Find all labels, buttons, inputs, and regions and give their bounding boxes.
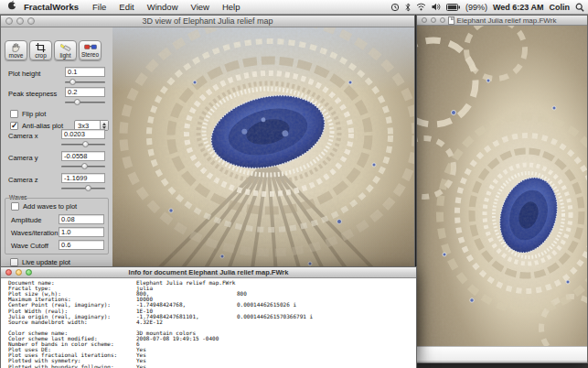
camera-y-field[interactable]: -0.0558 [61,151,105,161]
battery-icon[interactable] [446,4,460,11]
waves-iteration-field[interactable]: 1.0 [59,227,104,237]
move-tool-button[interactable]: move [5,40,27,60]
flip-plot-label: Flip plot [22,110,46,118]
document-proxy-icon[interactable] [448,16,454,25]
zoom-button[interactable] [27,17,35,25]
zoom-button[interactable] [26,269,32,276]
main-window-title: 3D view of Elephant Julia relief map [142,16,273,26]
wave-cutoff-label: Wave Cutoff [11,242,48,250]
plot-height-slider[interactable] [65,79,105,85]
amplitude-field[interactable]: 0.08 [59,214,104,224]
main-window-traffic-lights [5,16,35,27]
document-window-footer [417,346,587,361]
crop-icon [36,43,46,52]
peak-steepness-slider[interactable] [65,99,105,105]
bluetooth-icon[interactable] [405,3,411,12]
info-window-traffic-lights [5,267,32,277]
minimize-button[interactable] [431,17,436,23]
waves-iteration-label: Waves/iteration [11,229,58,237]
camera-z-field[interactable]: -1.1699 [61,173,105,183]
anti-alias-label: Anti-alias plot [22,122,63,130]
volume-icon[interactable] [432,3,441,11]
menu-file[interactable]: File [86,0,112,14]
menu-edit[interactable]: Edit [112,0,140,14]
info-window-title: Info for document Elephant Julia relief … [129,268,289,276]
battery-percent: (99%) [465,3,487,12]
stereo-glasses-icon [84,43,97,51]
camera-z-slider[interactable] [61,185,105,191]
info-window-body: Document name:Elephant Julia relief map.… [1,278,416,368]
user-menu[interactable]: Colin [550,3,571,12]
anti-alias-checkbox[interactable] [10,122,18,130]
plot-height-label: Plot height [8,70,40,78]
menu-window[interactable]: Window [141,0,185,14]
add-waves-label: Add waves to plot [23,202,77,211]
fractal-2d-view[interactable] [417,26,587,346]
camera-x-label: Camera x [8,132,38,140]
wifi-icon[interactable] [416,3,426,11]
peak-steepness-field[interactable]: 0.2 [65,87,105,97]
camera-y-slider[interactable] [61,163,105,169]
hand-icon [11,43,21,52]
apple-menu[interactable] [0,0,20,14]
document-window-traffic-lights [422,16,445,25]
time-machine-icon[interactable] [390,3,400,12]
camera-x-slider[interactable] [61,141,105,147]
crop-tool-label: crop [35,52,47,59]
add-waves-checkbox[interactable] [11,202,19,211]
light-tool-button[interactable]: light [54,40,77,60]
flashlight-icon [60,43,71,52]
menu-help[interactable]: Help [216,0,247,14]
crop-tool-button[interactable]: crop [29,40,52,60]
document-window-titlebar[interactable]: Elephant Julia relief map.FWrk [417,16,587,26]
close-button[interactable] [422,17,427,23]
waves-groupbox: Add waves to plot Amplitude 0.08 Waves/i… [5,198,109,254]
info-row: Plotted with boundary following:Yes [1,364,416,368]
peak-steepness-label: Peak steepness [8,90,57,98]
close-button[interactable] [5,17,13,25]
apple-icon [7,0,16,10]
close-button[interactable] [5,269,12,276]
info-window: Info for document Elephant Julia relief … [0,266,417,368]
live-update-label: Live update plot [22,258,70,266]
menu-view[interactable]: View [185,0,216,14]
document-window-title: Elephant Julia relief map.FWrk [457,16,557,25]
minimize-button[interactable] [16,269,22,276]
move-tool-label: move [9,52,24,59]
wave-cutoff-field[interactable]: 0.6 [59,240,104,250]
zoom-button[interactable] [440,17,445,23]
info-window-titlebar[interactable]: Info for document Elephant Julia relief … [1,267,416,278]
live-update-checkbox[interactable] [10,258,18,266]
amplitude-label: Amplitude [11,216,41,224]
menu-clock[interactable]: Wed 6:23 AM [493,3,544,12]
camera-y-label: Camera y [8,154,38,162]
stereo-tool-label: Stereo [81,51,99,58]
menu-status-icons: (99%) Wed 6:23 AM Colin [390,3,588,12]
camera-x-field[interactable]: 0.0203 [61,129,105,139]
document-window: Elephant Julia relief map.FWrk [416,15,588,363]
stereo-tool-button[interactable]: Stereo [79,40,102,60]
camera-z-label: Camera z [8,176,38,184]
main-window-titlebar[interactable]: 3D view of Elephant Julia relief map [1,16,414,27]
menu-bar: FractalWorks File Edit Window View Help … [0,0,588,15]
flip-plot-checkbox[interactable] [10,110,18,118]
spotlight-search-icon[interactable] [575,3,584,12]
plot-height-field[interactable]: 0.1 [65,67,105,77]
menu-app-name[interactable]: FractalWorks [20,0,86,14]
light-tool-label: light [60,52,71,59]
minimize-button[interactable] [16,17,24,25]
julia-fractal-image [417,26,587,346]
